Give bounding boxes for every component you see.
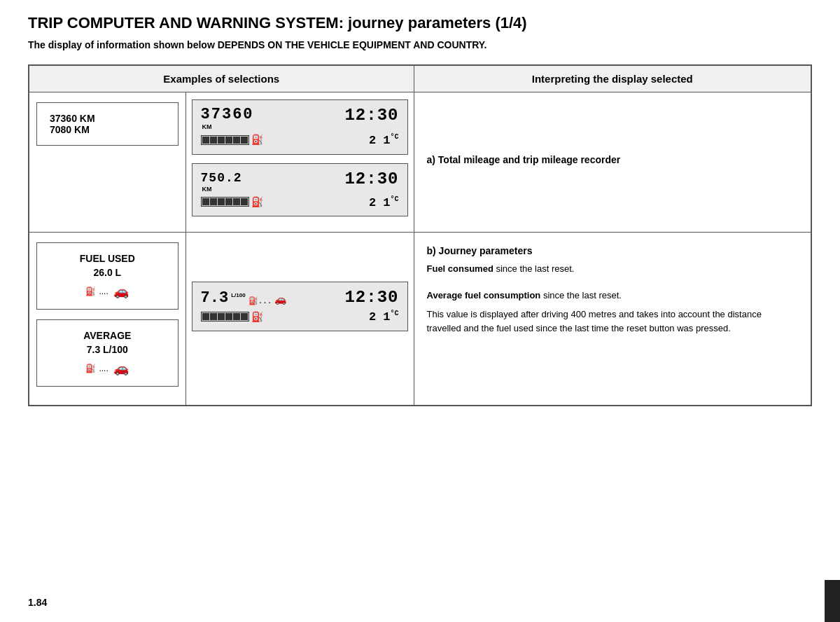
interpret-a-cell: a) Total mileage and trip mileage record… (414, 92, 811, 233)
display-b-fuel-bar: ⛽ (201, 311, 263, 323)
interpret-b-bold1: Fuel consumed (427, 263, 493, 274)
display-b-time: 12:30 (344, 289, 398, 306)
interpret-b-bold2: Average fuel consumption (427, 290, 541, 300)
mileage-line1: 37360 KM (50, 113, 165, 124)
avg-icon-row: ⛽ .... 🚗 (50, 361, 165, 376)
page-subtitle: The display of information shown below D… (28, 39, 812, 50)
mileage-line2: 7080 KM (50, 124, 165, 135)
display-b-avg: 7.3 (201, 289, 229, 307)
display-a2: 750.2 KM 12:30 (192, 163, 408, 217)
display-a1-fuel-bar: ⛽ (201, 134, 263, 146)
fuel-dots: .... (99, 286, 111, 296)
fuel-value: 26.0 L (50, 267, 165, 278)
interpret-b-text1: Fuel consumed since the last reset. (427, 262, 799, 276)
display-a1-odometer: 37360 (201, 107, 254, 123)
fuel-icon-row: ⛽ .... 🚗 (50, 284, 165, 299)
pump-icon-b: ⛽ (251, 311, 263, 323)
interpret-b-text3: This value is displayed after driving 40… (427, 307, 799, 335)
avg-label: AVERAGE (50, 330, 165, 341)
display-a2-fuel-bar: ⛽ (201, 196, 263, 208)
black-bar (825, 580, 840, 622)
display-a2-temp: 2 1°C (369, 195, 399, 209)
pump-icon-a1: ⛽ (251, 134, 263, 146)
table-row-mileage: 37360 KM 7080 KM 37360 KM 12:30 (29, 92, 811, 233)
avg-label-box: AVERAGE 7.3 L/100 ⛽ .... 🚗 (36, 319, 178, 387)
fuel-label-box: FUEL USED 26.0 L ⛽ .... 🚗 (36, 242, 178, 310)
interpret-a-title: a) Total mileage and trip mileage record… (427, 154, 799, 165)
col-interpret-header: Interpreting the display selected (414, 65, 811, 92)
pump-icon-a2: ⛽ (251, 196, 263, 208)
page-title: TRIP COMPUTER AND WARNING SYSTEM: journe… (28, 14, 812, 32)
fuel-pump-icon: ⛽ (85, 286, 96, 296)
interpret-b-section2: Average fuel consumption since the last … (427, 289, 799, 336)
page-number: 1.84 (28, 597, 47, 608)
display-b-car: 🚗 (274, 293, 286, 305)
display-a2-time: 12:30 (344, 171, 398, 188)
display-a2-odometer: 750.2 (201, 171, 242, 185)
display-b-temp: 2 1°C (369, 310, 399, 324)
mileage-label-box: 37360 KM 7080 KM (36, 102, 178, 146)
interpret-b-section: b) Journey parameters Fuel consumed sinc… (427, 245, 799, 276)
interpret-b-cell: b) Journey parameters Fuel consumed sinc… (414, 233, 811, 406)
avg-dots: .... (99, 364, 111, 373)
display-b-pump: ⛽... (248, 296, 272, 305)
display-a1: 37360 KM 12:30 (192, 99, 408, 155)
car-icon-fuel: 🚗 (113, 284, 129, 299)
display-b: 7.3 L/100 ⛽... 🚗 12:30 (192, 282, 408, 331)
main-table: Examples of selections Interpreting the … (28, 64, 812, 406)
table-row-journey: FUEL USED 26.0 L ⛽ .... 🚗 AVERAGE 7.3 L/… (29, 233, 811, 406)
interpret-b-title: b) Journey parameters (427, 245, 799, 256)
car-icon-avg: 🚗 (113, 361, 129, 376)
display-a1-time: 12:30 (344, 107, 398, 124)
display-a1-temp: 2 1°C (369, 133, 399, 147)
col-examples-header: Examples of selections (29, 65, 414, 92)
avg-value: 7.3 L/100 (50, 344, 165, 355)
interpret-b-text2: Average fuel consumption since the last … (427, 289, 799, 303)
avg-pump-icon: ⛽ (85, 364, 96, 373)
display-b-unit: L/100 (231, 293, 245, 305)
fuel-label: FUEL USED (50, 253, 165, 264)
